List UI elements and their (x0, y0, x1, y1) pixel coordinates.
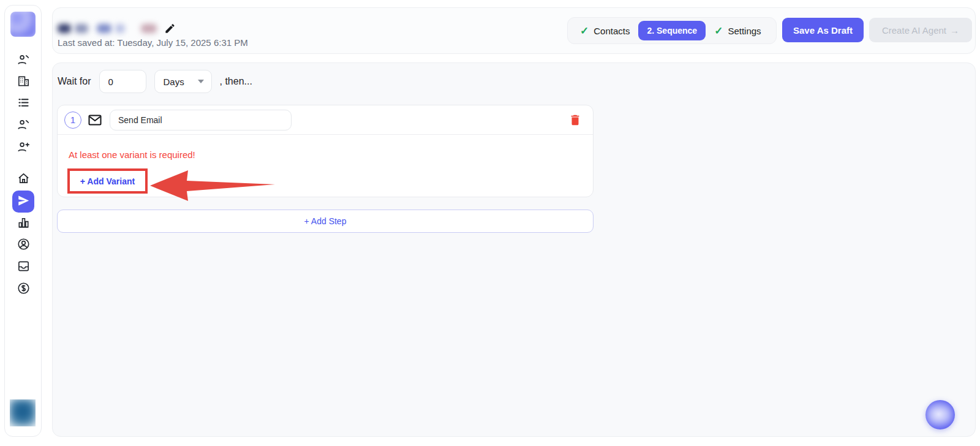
app-logo[interactable] (10, 12, 36, 37)
wait-duration-input[interactable] (99, 70, 146, 93)
add-variant-highlight-box: + Add Variant (67, 168, 148, 194)
email-icon (88, 113, 102, 127)
redacted-title-blob (115, 24, 125, 33)
sidebar (4, 5, 42, 437)
billing-icon (17, 281, 31, 298)
redacted-title-blob (97, 24, 111, 33)
check-icon: ✓ (714, 25, 723, 37)
home-icon (17, 172, 31, 188)
tab-contacts[interactable]: ✓ Contacts (576, 25, 633, 37)
company-icon (17, 74, 31, 91)
chat-widget-button[interactable] (925, 400, 955, 429)
lists-icon (17, 96, 31, 112)
redacted-title-blob (75, 24, 88, 33)
tab-label: Contacts (594, 26, 630, 36)
wait-row: Wait for Days , then... (58, 69, 252, 94)
annotation-arrow (150, 170, 275, 202)
variant-required-error: At least one variant is required! (69, 149, 195, 160)
redacted-title-blob (58, 24, 71, 33)
last-saved-text: Last saved at: Tuesday, July 15, 2025 6:… (58, 37, 248, 48)
save-as-draft-button[interactable]: Save As Draft (782, 18, 864, 42)
edit-title-icon[interactable] (164, 23, 176, 34)
sidebar-item-account[interactable] (12, 234, 34, 256)
arrow-right-icon: → (950, 25, 959, 36)
step-number-badge: 1 (64, 112, 81, 129)
step-header-row: 1 (58, 105, 593, 135)
tab-label: Settings (728, 26, 761, 36)
wait-for-label: Wait for (58, 76, 91, 87)
wait-unit-value: Days (164, 77, 184, 87)
delete-step-icon[interactable] (568, 113, 582, 127)
add-person-icon (17, 140, 31, 156)
sidebar-item-campaigns[interactable] (12, 191, 34, 213)
check-icon: ✓ (580, 25, 589, 37)
account-icon (17, 237, 31, 254)
workspace-logo[interactable] (10, 399, 36, 426)
sidebar-item-billing[interactable] (12, 278, 34, 300)
add-step-button[interactable]: + Add Step (57, 210, 594, 233)
wait-unit-select[interactable]: Days (154, 70, 212, 93)
sequence-step-card: 1 At least one variant is required! + Ad… (57, 105, 594, 197)
sidebar-item-people[interactable] (12, 115, 34, 137)
add-variant-button[interactable]: + Add Variant (80, 176, 135, 186)
sidebar-item-inbox[interactable] (12, 256, 34, 278)
sidebar-item-companies[interactable] (12, 71, 34, 93)
sidebar-item-lists[interactable] (12, 93, 34, 115)
sequence-builder-panel: Wait for Days , then... 1 At least one v… (52, 62, 976, 437)
redacted-title-blob (141, 24, 157, 33)
people-icon (17, 118, 31, 134)
create-ai-agent-button[interactable]: Create AI Agent → (869, 18, 972, 42)
send-icon (17, 194, 31, 210)
sidebar-item-analytics[interactable] (12, 213, 34, 235)
tab-settings[interactable]: ✓ Settings (710, 25, 764, 37)
then-label: , then... (220, 76, 252, 87)
tab-sequence-active[interactable]: 2. Sequence (638, 21, 706, 40)
contacts-icon (17, 53, 31, 69)
chevron-down-icon (198, 80, 204, 83)
sidebar-item-add-person[interactable] (12, 137, 34, 159)
step-type-input[interactable] (110, 110, 292, 130)
analytics-icon (17, 216, 31, 232)
create-ai-agent-label: Create AI Agent (882, 25, 946, 36)
wizard-step-tabs: ✓ Contacts 2. Sequence ✓ Settings (567, 17, 777, 44)
step-body: At least one variant is required! + Add … (58, 135, 593, 145)
sidebar-item-contacts[interactable] (12, 50, 34, 72)
sidebar-item-home[interactable] (12, 168, 34, 191)
inbox-icon (17, 259, 31, 276)
campaign-title-redacted[interactable] (58, 21, 176, 35)
campaign-header: Last saved at: Tuesday, July 15, 2025 6:… (52, 7, 976, 54)
